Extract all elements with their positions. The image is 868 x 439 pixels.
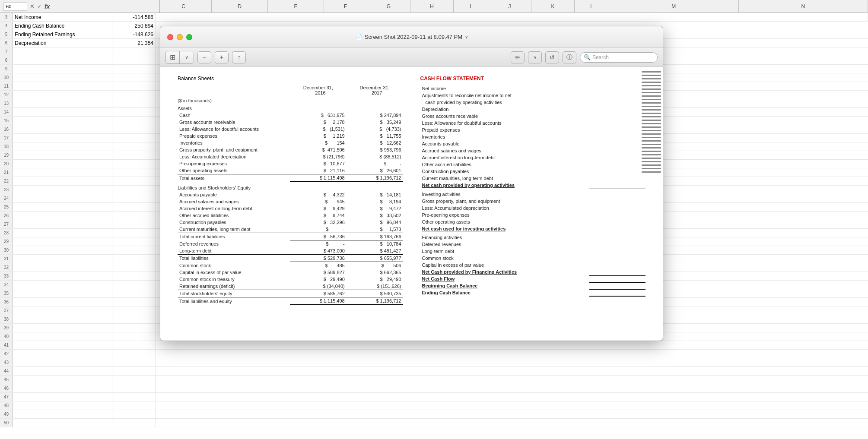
cell-a[interactable] — [13, 186, 112, 194]
cell-a[interactable] — [13, 315, 112, 323]
cell-b[interactable] — [112, 99, 156, 107]
cell-b[interactable] — [112, 367, 156, 375]
cell-b[interactable] — [112, 117, 156, 125]
cell-b[interactable] — [112, 306, 156, 315]
cell-a[interactable] — [13, 401, 112, 410]
cell-a[interactable] — [13, 367, 112, 375]
cell-a[interactable] — [13, 73, 112, 82]
cell-a[interactable] — [13, 298, 112, 306]
fx-icon[interactable]: fx — [45, 3, 50, 10]
cell-b[interactable] — [112, 203, 156, 211]
cell-b[interactable] — [112, 281, 156, 289]
cell-b[interactable] — [112, 56, 156, 64]
cell-a[interactable] — [13, 91, 112, 99]
cell-b[interactable] — [112, 358, 156, 366]
cell-a[interactable] — [13, 220, 112, 228]
cell-b[interactable] — [112, 108, 156, 116]
cell-b[interactable] — [112, 151, 156, 159]
cell-a[interactable] — [13, 142, 112, 151]
cell-a[interactable] — [13, 419, 112, 427]
cell-b[interactable] — [112, 298, 156, 306]
cell-a[interactable] — [13, 358, 112, 366]
cell-a[interactable] — [13, 341, 112, 349]
cell-b[interactable] — [112, 410, 156, 418]
cell-b[interactable] — [112, 73, 156, 82]
cell-b[interactable] — [112, 82, 156, 90]
view-chevron-button[interactable]: ∨ — [180, 51, 194, 63]
cell-a[interactable] — [13, 324, 112, 332]
cell-a[interactable] — [13, 384, 112, 392]
cell-b[interactable] — [112, 332, 156, 341]
confirm-icon[interactable]: ✓ — [37, 3, 42, 9]
cell-a[interactable] — [13, 246, 112, 254]
cell-b[interactable] — [112, 272, 156, 280]
cell-a[interactable] — [13, 65, 112, 73]
cell-b[interactable] — [112, 125, 156, 133]
cell-a[interactable] — [13, 177, 112, 185]
search-box[interactable]: 🔍 Search — [580, 52, 658, 63]
cell-a5[interactable]: Ending Retained Earnings — [13, 30, 112, 38]
cell-a[interactable] — [13, 56, 112, 64]
cell-a6[interactable]: Decpreciation — [13, 39, 112, 47]
name-box[interactable]: B0 — [3, 2, 27, 11]
cell-a[interactable] — [13, 306, 112, 315]
cell-b[interactable] — [112, 263, 156, 272]
cell-a[interactable] — [13, 203, 112, 211]
cell-a[interactable] — [13, 237, 112, 246]
cell-b[interactable] — [112, 393, 156, 401]
cell-b[interactable] — [112, 350, 156, 358]
grid-view-button[interactable]: ⊞ — [166, 51, 180, 63]
info-button[interactable]: ⓘ — [563, 51, 576, 63]
cell-a[interactable] — [13, 125, 112, 133]
cell-a[interactable] — [13, 229, 112, 237]
cell-a[interactable] — [13, 99, 112, 107]
cell-b5[interactable]: -148,626 — [112, 30, 156, 38]
cell-b[interactable] — [112, 315, 156, 323]
cell-b[interactable] — [112, 91, 156, 99]
refresh-button[interactable]: ↺ — [545, 51, 559, 63]
cell-a[interactable] — [13, 255, 112, 263]
cell-a[interactable] — [13, 281, 112, 289]
cell-b[interactable] — [112, 237, 156, 246]
minimize-button[interactable] — [177, 34, 183, 40]
cell-b[interactable] — [112, 220, 156, 228]
cell-b[interactable] — [112, 168, 156, 177]
cell-b[interactable] — [112, 246, 156, 254]
cell-a[interactable] — [13, 263, 112, 272]
cell-b[interactable] — [112, 376, 156, 384]
cell-a[interactable] — [13, 332, 112, 341]
cancel-icon[interactable]: ✕ — [30, 3, 35, 9]
cell-b[interactable] — [112, 212, 156, 220]
cell-a[interactable] — [13, 272, 112, 280]
cell-a[interactable] — [13, 289, 112, 297]
zoom-in-button[interactable]: + — [215, 51, 229, 63]
share-button[interactable]: ↑ — [232, 51, 246, 63]
cell-a[interactable] — [13, 350, 112, 358]
cell-a3[interactable]: Net Income — [13, 13, 112, 21]
cell-b[interactable] — [112, 194, 156, 202]
cell-b[interactable] — [112, 134, 156, 142]
cell-a[interactable] — [13, 160, 112, 168]
cell-b6[interactable]: 21,354 — [112, 39, 156, 47]
cell-b[interactable] — [112, 65, 156, 73]
cell-a[interactable] — [13, 410, 112, 418]
cell-a[interactable] — [13, 151, 112, 159]
title-chevron-icon[interactable]: ∨ — [465, 35, 468, 39]
pen-tool-button[interactable]: ✏ — [511, 51, 525, 63]
cell-b[interactable] — [112, 401, 156, 410]
zoom-out-button[interactable]: − — [197, 51, 211, 63]
close-button[interactable] — [167, 34, 173, 40]
cell-b[interactable] — [112, 341, 156, 349]
cell-b[interactable] — [112, 384, 156, 392]
cell-a[interactable] — [13, 194, 112, 202]
cell-a[interactable] — [13, 376, 112, 384]
cell-b[interactable] — [112, 186, 156, 194]
cell-b[interactable] — [112, 289, 156, 297]
cell-b[interactable] — [112, 160, 156, 168]
pen-chevron-button[interactable]: ∨ — [528, 51, 542, 63]
cell-b[interactable] — [112, 177, 156, 185]
cell-a[interactable] — [13, 168, 112, 177]
cell-b4[interactable]: 250,894 — [112, 22, 156, 30]
cell-b[interactable] — [112, 229, 156, 237]
cell-a[interactable] — [13, 108, 112, 116]
